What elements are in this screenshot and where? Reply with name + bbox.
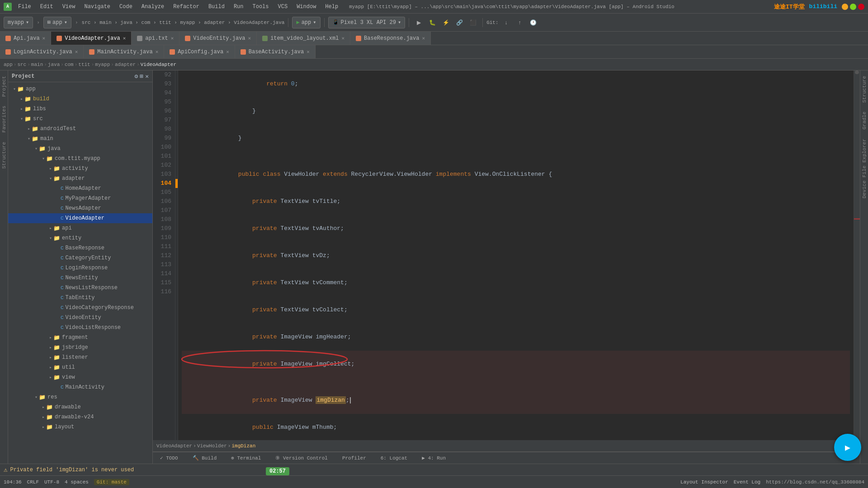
app-module-dropdown[interactable]: ⊞ app ▾ [43, 17, 71, 28]
breadcrumb-main[interactable]: main [31, 62, 43, 67]
panel-tab-profiler[interactable]: Profiler [339, 454, 370, 463]
tree-item-comttitmyapp[interactable]: ▾ 📁 com.ttit.myapp [8, 154, 152, 164]
tree-item-drawable[interactable]: ▸ 📁 drawable [8, 402, 152, 412]
menu-navigate[interactable]: Navigate [82, 3, 112, 11]
tree-item-androidtest[interactable]: ▸ 📁 androidTest [8, 124, 152, 134]
tree-item-app[interactable]: ▾ 📁 app [8, 84, 152, 94]
project-tree[interactable]: ▾ 📁 app ▸ 📁 build ▸ 📁 libs [8, 82, 152, 464]
panel-tab-todo[interactable]: ✓ TODO [156, 453, 182, 463]
menu-window[interactable]: Window [295, 3, 318, 11]
tree-item-layout[interactable]: ▸ 📁 layout [8, 422, 152, 432]
bilibili-float-button[interactable]: ▶ [834, 434, 861, 461]
tree-item-fragment[interactable]: ▸ 📁 fragment [8, 333, 152, 343]
tab-baseresponsejava[interactable]: BaseResponse.java ✕ [350, 32, 431, 45]
run-coverage-button[interactable]: ⚡ [440, 17, 452, 28]
editor-scrollbar[interactable] [854, 70, 860, 440]
project-panel-actions[interactable]: ⚙ ⊞ ✕ [135, 73, 149, 80]
breadcrumb-myapp[interactable]: myapp [95, 62, 110, 67]
breadcrumb-app[interactable]: app [4, 62, 13, 67]
tree-item-src[interactable]: ▾ 📁 src [8, 114, 152, 124]
tree-item-activity[interactable]: ▸ 📁 activity [8, 164, 152, 174]
tab-loginactivityjava[interactable]: LoginActivity.java ✕ [0, 45, 84, 59]
panel-tab-build[interactable]: 🔨 Build [189, 453, 221, 463]
tab-close-button5[interactable]: ✕ [341, 35, 344, 41]
tab-close-button2[interactable]: ✕ [123, 35, 126, 41]
menu-bar[interactable]: File Edit View Navigate Code Analyze Ref… [16, 3, 340, 11]
close-button[interactable] [858, 4, 864, 10]
tree-item-homeadapter[interactable]: C HomeAdapter [8, 183, 152, 193]
breadcrumb-com[interactable]: com [65, 62, 74, 67]
menu-view[interactable]: View [61, 3, 77, 11]
structure-tab-right[interactable]: Structure [861, 72, 868, 106]
tab-apijava[interactable]: Api.java ✕ [0, 32, 51, 45]
panel-tab-vcs[interactable]: ⑨ Version Control [272, 453, 331, 463]
tab-close-button6[interactable]: ✕ [422, 35, 425, 41]
tab-close-button3[interactable]: ✕ [171, 35, 174, 41]
menu-run[interactable]: Run [232, 3, 245, 11]
project-panel-close[interactable]: ✕ [145, 73, 149, 80]
breadcrumb-adapter[interactable]: adapter [115, 62, 136, 67]
tab-itemvideolayoutxml[interactable]: item_video_layout.xml ✕ [257, 32, 350, 45]
tree-item-build[interactable]: ▸ 📁 build [8, 94, 152, 104]
menu-refactor[interactable]: Refactor [171, 3, 201, 11]
tab-close-button[interactable]: ✕ [42, 35, 46, 41]
tab2-close2[interactable]: ✕ [156, 49, 159, 55]
git-update-button[interactable]: ↓ [500, 17, 512, 28]
panel-tab-terminal[interactable]: ⊕ Terminal [227, 453, 264, 463]
tab-mainactivityjava[interactable]: MainActivity.java ✕ [84, 45, 164, 59]
menu-build[interactable]: Build [207, 3, 226, 11]
menu-tools[interactable]: Tools [251, 3, 271, 11]
git-history-button[interactable]: 🕐 [528, 17, 539, 28]
menu-help[interactable]: Help [323, 3, 340, 11]
tree-item-videoadapter[interactable]: C VideoAdapter [8, 213, 152, 223]
tree-item-mainactivity[interactable]: C MainActivity [8, 382, 152, 392]
tree-item-api[interactable]: ▸ 📁 api [8, 223, 152, 233]
tree-item-jsbridge[interactable]: ▸ 📁 jsbridge [8, 343, 152, 352]
git-push-button[interactable]: ↑ [514, 17, 526, 28]
tree-item-adapter[interactable]: ▾ 📁 adapter [8, 174, 152, 183]
attach-debugger-button[interactable]: 🔗 [453, 17, 465, 28]
debug-button[interactable]: 🐛 [426, 17, 438, 28]
stop-button[interactable]: ⬛ [467, 17, 479, 28]
menu-edit[interactable]: Edit [38, 3, 55, 11]
minimize-button[interactable] [842, 4, 848, 10]
tree-item-res[interactable]: ▾ 📁 res [8, 392, 152, 402]
code-bc-videoadapter[interactable]: VideoAdapter [156, 443, 192, 449]
tree-item-tabentity[interactable]: C TabEntity [8, 293, 152, 303]
layout-inspector-link[interactable]: Layout Inspector [680, 479, 728, 485]
tab-videoadapterjava[interactable]: VideoAdapter.java ✕ [51, 32, 132, 45]
maximize-button[interactable] [850, 4, 856, 10]
tree-item-java[interactable]: ▾ 📁 java [8, 144, 152, 154]
tree-item-mypageradapter[interactable]: C MyPagerAdapter [8, 193, 152, 203]
window-controls[interactable] [842, 4, 864, 10]
menu-vcs[interactable]: VCS [276, 3, 290, 11]
tree-item-view[interactable]: ▸ 📁 view [8, 372, 152, 382]
project-panel-expand[interactable]: ⊞ [140, 73, 143, 80]
menu-analyze[interactable]: Analyze [140, 3, 166, 11]
tree-item-videocatresponse[interactable]: C VideoCategoryResponse [8, 303, 152, 313]
website-link[interactable]: https://blog.csdn.net/qq_33608084 [766, 479, 864, 485]
tab2-close4[interactable]: ✕ [307, 49, 310, 55]
tree-item-videoentity[interactable]: C VideoEntity [8, 313, 152, 323]
project-dropdown[interactable]: myapp ▾ [4, 17, 33, 28]
breadcrumb-src[interactable]: src [17, 62, 26, 67]
tab-apiconfigjava[interactable]: ApiConfig.java ✕ [164, 45, 235, 59]
tree-item-main[interactable]: ▾ 📁 main [8, 134, 152, 144]
favorites-tab[interactable]: Favorites [0, 102, 8, 136]
tree-item-drawablev24[interactable]: ▸ 📁 drawable-v24 [8, 412, 152, 422]
tree-item-newsentity[interactable]: C NewsEntity [8, 273, 152, 283]
breadcrumb-ttit[interactable]: ttit [78, 62, 90, 67]
code-bc-viewholder[interactable]: ViewHolder [197, 443, 227, 449]
tree-item-categoryentity[interactable]: C CategoryEntity [8, 253, 152, 263]
tree-item-newsadapter[interactable]: C NewsAdapter [8, 203, 152, 213]
breadcrumb-videoadapter[interactable]: VideoAdapter [141, 62, 176, 67]
event-log-link[interactable]: Event Log [734, 479, 760, 485]
structure-tab-left[interactable]: Structure [0, 138, 8, 172]
tree-item-listener[interactable]: ▸ 📁 listener [8, 352, 152, 362]
tab-apitxt[interactable]: api.txt ✕ [132, 32, 179, 45]
tab2-close1[interactable]: ✕ [75, 49, 78, 55]
gradle-tab[interactable]: Gradle [861, 108, 868, 133]
menu-code[interactable]: Code [118, 3, 134, 11]
project-tab[interactable]: Project [0, 72, 8, 100]
panel-tab-logcat[interactable]: 6: Logcat [377, 454, 411, 463]
